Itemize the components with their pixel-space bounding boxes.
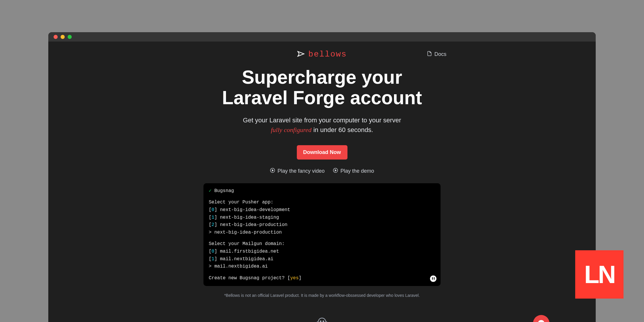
- document-icon: [427, 51, 432, 58]
- page-headline: Supercharge your Laravel Forge account: [222, 67, 422, 108]
- terminal-line: [1] mail.nextbigidea.ai: [209, 256, 435, 263]
- robot-icon: [316, 315, 328, 322]
- svg-marker-1: [272, 169, 273, 171]
- disclaimer-text: *Bellows is not an official Laravel prod…: [224, 293, 420, 298]
- terminal-line: Create new Bugsnag project? [yes]: [209, 275, 435, 282]
- terminal-line: [0] mail.firstbigidea.net: [209, 248, 435, 256]
- top-nav: bellows Docs: [48, 50, 596, 59]
- svg-marker-3: [335, 169, 337, 171]
- check-icon: ✓: [209, 188, 212, 193]
- docs-label: Docs: [434, 51, 446, 57]
- pause-button[interactable]: ❚❚: [430, 275, 436, 282]
- terminal-line: Select your Pusher app:: [209, 199, 435, 206]
- download-button[interactable]: Download Now: [297, 145, 347, 160]
- page-subheadline: Get your Laravel site from your computer…: [243, 115, 401, 135]
- play-icon: [270, 168, 275, 174]
- docs-link[interactable]: Docs: [427, 51, 446, 58]
- page-content: bellows Docs Supercharge your Laravel Fo…: [48, 42, 596, 322]
- svg-point-4: [320, 321, 321, 322]
- svg-point-5: [323, 321, 324, 322]
- ln-badge-text: LN: [584, 260, 614, 289]
- play-icon: [333, 168, 338, 174]
- play-fancy-video-link[interactable]: Play the fancy video: [270, 168, 325, 174]
- brand-name: bellows: [308, 50, 347, 59]
- video-links: Play the fancy video Play the demo: [270, 168, 374, 174]
- window-maximize-button[interactable]: [68, 35, 72, 39]
- terminal-line: > next-big-idea-production: [209, 229, 435, 237]
- terminal-line: Select your Mailgun domain:: [209, 240, 435, 248]
- terminal-demo: ✓ Bugsnag Select your Pusher app: [0] ne…: [203, 183, 441, 286]
- terminal-line: > mail.nextbigidea.ai: [209, 263, 435, 270]
- browser-window: bellows Docs Supercharge your Laravel Fo…: [48, 32, 596, 322]
- window-titlebar: [48, 32, 596, 42]
- terminal-line: [2] next-big-idea-production: [209, 221, 435, 229]
- bellows-logo-icon: [297, 51, 305, 58]
- brand-logo[interactable]: bellows: [297, 50, 347, 59]
- window-close-button[interactable]: [54, 35, 58, 39]
- terminal-line: [0] next-big-idea-development: [209, 206, 435, 214]
- ln-badge[interactable]: LN: [575, 250, 624, 299]
- window-minimize-button[interactable]: [61, 35, 65, 39]
- play-demo-link[interactable]: Play the demo: [333, 168, 374, 174]
- terminal-line: [1] next-big-idea-staging: [209, 214, 435, 222]
